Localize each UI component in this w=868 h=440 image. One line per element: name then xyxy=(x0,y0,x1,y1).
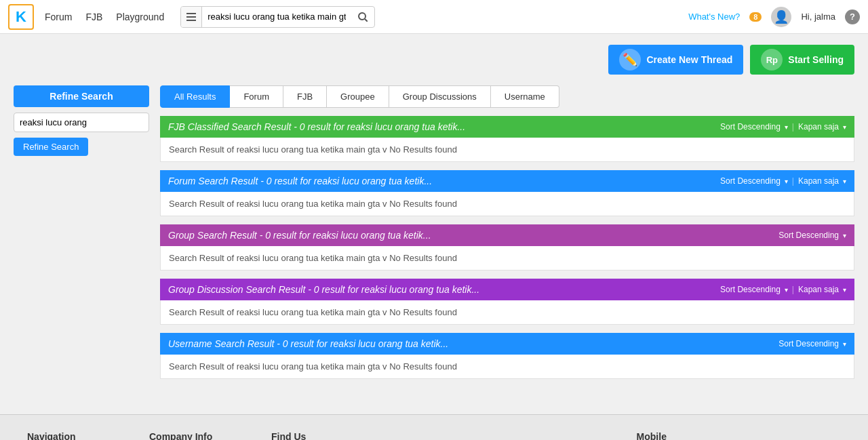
footer-company: Company Info Help Center About Us Advert… xyxy=(149,431,244,440)
search-bar xyxy=(180,6,375,28)
forum-sort-controls: Sort Descending ▾ | Kapan saja ▾ xyxy=(720,176,846,186)
tab-all-results[interactable]: All Results xyxy=(160,85,230,108)
svg-point-3 xyxy=(359,13,366,20)
action-bar: ✏️ Create New Thread Rp Start Selling xyxy=(0,34,868,85)
forum-result-body: Search Result of reaksi lucu orang tua k… xyxy=(160,192,854,216)
nav-fjb[interactable]: FJB xyxy=(85,12,102,22)
group-discussion-time-dropdown[interactable]: ▾ xyxy=(843,286,846,294)
group-result-header: Group Search Result - 0 result for reaks… xyxy=(160,224,854,246)
group-discussion-result-header: Group Discussion Search Result - 0 resul… xyxy=(160,279,854,300)
nav-forum[interactable]: Forum xyxy=(45,12,72,22)
sidebar-search-input[interactable] xyxy=(14,113,149,132)
sidebar: Refine Search Refine Search xyxy=(14,85,149,387)
search-tabs: All Results Forum FJB Groupee Group Disc… xyxy=(160,85,854,108)
footer-nav-title: Navigation xyxy=(27,431,122,440)
fjb-sort-controls: Sort Descending ▾ | Kapan saja ▾ xyxy=(720,122,846,132)
forum-time-dropdown[interactable]: ▾ xyxy=(843,178,846,185)
start-selling-button[interactable]: Rp Start Selling xyxy=(750,45,854,75)
header: K Forum FJB Playground What's New? 8 👤 H… xyxy=(0,0,868,34)
fjb-result-title: FJB Classified Search Result - 0 result … xyxy=(168,121,465,132)
group-discussion-result-body: Search Result of reaksi lucu orang tua k… xyxy=(160,300,854,325)
svg-line-4 xyxy=(365,19,368,22)
fjb-time-dropdown[interactable]: ▾ xyxy=(843,123,846,131)
create-icon: ✏️ xyxy=(619,49,641,71)
tab-forum[interactable]: Forum xyxy=(230,85,283,108)
svg-rect-2 xyxy=(186,20,196,21)
search-button[interactable] xyxy=(351,12,374,22)
search-content: All Results Forum FJB Groupee Group Disc… xyxy=(160,85,854,387)
refine-search-action-button[interactable]: Refine Search xyxy=(14,138,88,156)
username-result-header: Username Search Result - 0 result for re… xyxy=(160,333,854,355)
username-result-body: Search Result of reaksi lucu orang tua k… xyxy=(160,355,854,379)
forum-result-section: Forum Search Result - 0 result for reaks… xyxy=(160,170,854,216)
footer: Navigation Home Forum Jual Beli Groupee … xyxy=(0,414,868,440)
search-menu-icon[interactable] xyxy=(181,7,202,27)
whats-new-link[interactable]: What's New? xyxy=(688,12,740,22)
username-result-title: Username Search Result - 0 result for re… xyxy=(168,338,448,349)
avatar[interactable]: 👤 xyxy=(771,7,791,27)
group-sort-dropdown[interactable]: ▾ xyxy=(843,232,846,239)
footer-grid: Navigation Home Forum Jual Beli Groupee … xyxy=(27,431,841,440)
group-result-section: Group Search Result - 0 result for reaks… xyxy=(160,224,854,271)
search-input[interactable] xyxy=(202,7,351,27)
footer-navigation: Navigation Home Forum Jual Beli Groupee … xyxy=(27,431,122,440)
group-result-title: Group Search Result - 0 result for reaks… xyxy=(168,230,431,241)
group-discussion-result-section: Group Discussion Search Result - 0 resul… xyxy=(160,279,854,325)
footer-findus-title: Find Us xyxy=(271,431,610,440)
username-sort-controls: Sort Descending ▾ xyxy=(778,339,846,348)
username-sort-dropdown[interactable]: ▾ xyxy=(843,340,846,348)
group-discussion-sort-dropdown[interactable]: ▾ xyxy=(785,286,788,294)
tab-username[interactable]: Username xyxy=(491,85,559,108)
fjb-result-header: FJB Classified Search Result - 0 result … xyxy=(160,116,854,138)
username-result-section: Username Search Result - 0 result for re… xyxy=(160,333,854,379)
group-sort-controls: Sort Descending ▾ xyxy=(778,231,846,240)
nav-playground[interactable]: Playground xyxy=(116,12,164,22)
group-result-body: Search Result of reaksi lucu orang tua k… xyxy=(160,246,854,271)
footer-mobile: Mobile 📱 m.kaskus.co.id ▶ GET IT ON Goog… xyxy=(637,431,841,440)
forum-result-title: Forum Search Result - 0 result for reaks… xyxy=(168,176,432,186)
fjb-sort-dropdown[interactable]: ▾ xyxy=(785,123,788,131)
footer-find-us: Find Us M MindTalk I Instagram 🐦 Forum F… xyxy=(271,431,610,440)
group-discussion-sort-controls: Sort Descending ▾ | Kapan saja ▾ xyxy=(720,285,846,294)
forum-sort-dropdown[interactable]: ▾ xyxy=(785,178,788,185)
user-name-label: Hi, jalma xyxy=(801,12,835,22)
fjb-result-body: Search Result of reaksi lucu orang tua k… xyxy=(160,138,854,162)
tab-group-discussions[interactable]: Group Discussions xyxy=(389,85,491,108)
header-right: What's New? 8 👤 Hi, jalma ? xyxy=(688,7,860,27)
group-discussion-result-title: Group Discussion Search Result - 0 resul… xyxy=(168,284,479,295)
tab-fjb[interactable]: FJB xyxy=(283,85,327,108)
footer-company-title: Company Info xyxy=(149,431,244,440)
main-container: Refine Search Refine Search All Results … xyxy=(0,85,868,401)
main-nav: Forum FJB Playground xyxy=(45,12,164,22)
fjb-result-section: FJB Classified Search Result - 0 result … xyxy=(160,116,854,162)
sell-icon: Rp xyxy=(761,49,783,71)
create-thread-button[interactable]: ✏️ Create New Thread xyxy=(608,45,743,75)
refine-search-title-button[interactable]: Refine Search xyxy=(14,85,149,107)
notification-badge[interactable]: 8 xyxy=(749,12,762,22)
svg-rect-0 xyxy=(186,13,196,14)
forum-result-header: Forum Search Result - 0 result for reaks… xyxy=(160,170,854,192)
footer-mobile-title: Mobile xyxy=(637,431,841,440)
tab-groupee[interactable]: Groupee xyxy=(327,85,389,108)
logo[interactable]: K xyxy=(8,4,34,30)
svg-rect-1 xyxy=(186,16,196,18)
help-icon[interactable]: ? xyxy=(845,9,860,24)
